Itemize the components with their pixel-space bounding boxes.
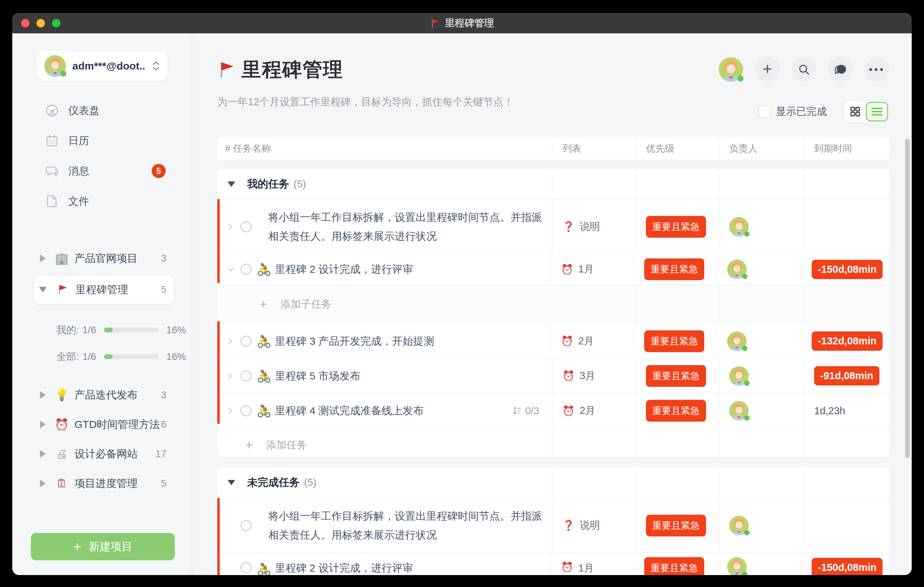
chat-button[interactable] xyxy=(828,57,853,82)
plus-icon: + xyxy=(246,438,253,453)
board-view-button[interactable] xyxy=(844,106,866,118)
sidebar-item-dashboard[interactable]: 仪表盘 xyxy=(12,96,192,126)
group-header[interactable]: 未完成任务 (5) xyxy=(217,467,889,498)
chevron-right-icon[interactable] xyxy=(226,336,237,346)
biker-icon: 🚴 xyxy=(257,369,271,383)
collapse-arrow-icon[interactable] xyxy=(40,254,46,262)
project-item-milestones[interactable]: 里程碑管理 5 xyxy=(12,275,192,304)
column-list[interactable]: 列表 xyxy=(552,137,635,160)
expand-arrow-icon[interactable] xyxy=(39,287,47,292)
priority-badge: 重要且紧急 xyxy=(644,330,704,352)
assignee-avatar[interactable] xyxy=(727,259,747,279)
app-window: 里程碑管理 adm***@doot... xyxy=(12,13,912,575)
assignee-avatar[interactable] xyxy=(729,401,749,420)
progress-my: 我的: 1/6 16% xyxy=(12,317,192,343)
search-button[interactable] xyxy=(792,57,816,82)
online-status-dot xyxy=(744,381,749,386)
due-time-text: 1d,23h xyxy=(814,405,845,417)
sidebar-item-label: 日历 xyxy=(68,134,89,148)
task-complete-checkbox[interactable] xyxy=(241,221,252,232)
task-complete-checkbox[interactable] xyxy=(241,520,252,531)
assignee-avatar[interactable] xyxy=(729,217,749,237)
assignee-avatar[interactable] xyxy=(727,331,747,351)
printer-icon: 🖨 xyxy=(54,448,69,461)
alarm-clock-icon: ⏰ xyxy=(561,264,573,275)
group-header[interactable]: 我的任务 (5) xyxy=(217,169,889,199)
task-title: 里程碑 4 测试完成准备线上发布 xyxy=(275,401,423,420)
chevron-right-icon[interactable] xyxy=(226,371,237,381)
online-status-dot xyxy=(744,530,749,535)
project-item-product-site[interactable]: 🏢 产品官网项目 3 xyxy=(12,244,192,273)
zoom-button[interactable] xyxy=(52,19,60,27)
view-toggle xyxy=(844,101,889,122)
project-description: 为一年12个月设置工作里程碑，目标为导向，抓住每个关键节点！ xyxy=(217,95,513,109)
task-count: 17 xyxy=(155,448,167,460)
table-row[interactable]: 🚴 里程碑 4 测试完成准备线上发布 0/3 ⏰ 2月 xyxy=(217,393,889,428)
table-row[interactable]: 🚴 里程碑 2 设计完成，进行评审 ⏰ 1月 重要且紧急 -150d,08min xyxy=(217,254,889,284)
chevron-right-icon[interactable] xyxy=(226,222,237,232)
collapse-arrow-icon[interactable] xyxy=(40,391,46,399)
user-account-card[interactable]: adm***@doot... xyxy=(36,51,167,81)
collapse-arrow-icon[interactable] xyxy=(40,420,46,428)
search-icon xyxy=(798,63,810,76)
assignee-avatar[interactable] xyxy=(729,516,749,535)
show-completed-checkbox[interactable] xyxy=(758,106,771,118)
task-complete-checkbox[interactable] xyxy=(241,405,252,416)
task-complete-checkbox[interactable] xyxy=(241,264,252,275)
project-item-gtd[interactable]: ⏰ GTD时间管理方法 6 xyxy=(12,410,192,439)
chevron-right-icon[interactable] xyxy=(226,406,237,416)
vertical-scrollbar[interactable] xyxy=(905,139,909,458)
minimize-button[interactable] xyxy=(36,19,45,27)
online-status-dot xyxy=(744,231,749,237)
assignee-avatar[interactable] xyxy=(729,366,749,386)
assignee-avatar[interactable] xyxy=(727,557,747,575)
biker-icon: 🚴 xyxy=(257,262,271,276)
group-collapse-icon[interactable] xyxy=(228,480,235,485)
member-avatar[interactable] xyxy=(719,57,743,82)
task-title: 里程碑 3 产品开发完成，开始提测 xyxy=(275,332,434,351)
sidebar-item-messages[interactable]: 消息 5 xyxy=(12,156,192,186)
sidebar-item-files[interactable]: 文件 xyxy=(12,186,192,216)
project-item-iteration[interactable]: 💡 产品迭代发布 3 xyxy=(12,380,192,410)
add-task-row[interactable]: + 添加任务 xyxy=(217,428,889,457)
chat-bubbles-icon xyxy=(45,164,59,178)
spiral-calendar-icon: 🗓 xyxy=(54,477,69,490)
priority-badge: 重要且紧急 xyxy=(646,216,706,238)
main-content: 里程碑管理 + xyxy=(192,33,912,575)
table-row[interactable]: 🚴 里程碑 2 设计完成，进行评审 ⏰ 1月 重要且紧急 -150d,08min xyxy=(217,552,889,575)
group-collapse-icon[interactable] xyxy=(228,181,235,187)
collapse-arrow-icon[interactable] xyxy=(40,450,46,458)
due-time-badge: -150d,08min xyxy=(812,558,883,575)
column-assignee[interactable]: 负责人 xyxy=(719,137,804,160)
plus-icon: + xyxy=(73,540,81,553)
list-view-button[interactable] xyxy=(866,102,888,122)
due-time-badge: -91d,08min xyxy=(814,366,879,386)
online-status-dot xyxy=(738,76,744,81)
project-item-design-sites[interactable]: 🖨 设计必备网站 17 xyxy=(12,439,192,469)
column-task-name[interactable]: # 任务名称 xyxy=(217,137,552,160)
add-member-button[interactable]: + xyxy=(755,57,780,82)
column-priority[interactable]: 优先级 xyxy=(635,137,719,160)
add-subtask-row[interactable]: + 添加子任务 xyxy=(217,284,889,323)
project-item-schedule[interactable]: 🗓 项目进度管理 5 xyxy=(12,469,192,498)
subtask-counter: 0/3 xyxy=(513,405,539,417)
more-button[interactable]: ••• xyxy=(865,57,889,82)
table-header: # 任务名称 列表 优先级 负责人 到期时间 xyxy=(217,137,889,160)
task-complete-checkbox[interactable] xyxy=(241,370,252,382)
close-button[interactable] xyxy=(21,19,30,27)
alarm-clock-icon: ⏰ xyxy=(561,561,573,573)
task-complete-checkbox[interactable] xyxy=(241,336,252,347)
collapse-arrow-icon[interactable] xyxy=(40,480,46,487)
chevron-down-icon[interactable] xyxy=(226,265,237,273)
table-row[interactable]: 🚴 里程碑 3 产品开发完成，开始提测 ⏰ 2月 重要且紧急 -132d,08m… xyxy=(217,323,889,358)
sidebar-item-calendar[interactable]: 日历 xyxy=(12,126,192,156)
table-row[interactable]: 🚴 里程碑 5 市场发布 ⏰ 3月 重要且紧急 -91d,08min xyxy=(217,358,889,393)
task-complete-checkbox[interactable] xyxy=(241,562,252,573)
priority-badge: 重要且紧急 xyxy=(646,514,706,536)
table-row[interactable]: 将小组一年工作目标拆解，设置出里程碑时间节点。并指派相关责任人。用标签来展示进行… xyxy=(217,199,889,254)
column-due[interactable]: 到期时间 xyxy=(804,137,889,160)
online-status-dot xyxy=(60,71,66,76)
table-row[interactable]: 将小组一年工作目标拆解，设置出里程碑时间节点。并指派相关责任人。用标签来展示进行… xyxy=(217,498,889,552)
new-project-button[interactable]: + 新建项目 xyxy=(31,533,175,560)
sidebar-nav: 仪表盘 日历 xyxy=(12,96,192,216)
